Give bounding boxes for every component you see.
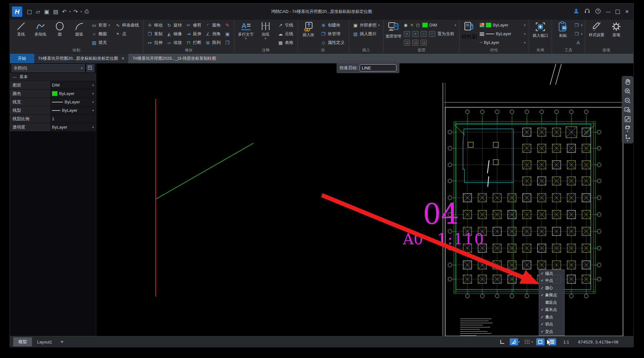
lineweight-dropdown-icon[interactable]: ▾ [524,32,526,36]
options-button[interactable]: 选项 [607,21,625,38]
menu-item-intersection[interactable]: ✓交点 [539,328,564,335]
layer-value-select[interactable]: DIM▾ [50,81,96,89]
zoom-out-button[interactable] [623,96,632,105]
section-basic[interactable]: — 基本 [10,73,96,81]
layer-sun-icon[interactable]: ☀ [410,23,414,27]
layer-freeze-icon[interactable]: ✳ [412,31,418,37]
menu-item-center[interactable]: ✓圆心 [539,284,564,292]
chevron-down-icon[interactable]: ▾ [92,92,94,95]
lineweight-select[interactable]: ByLayer ▾ [478,29,527,38]
menu-item-extension[interactable]: ✓延长点 [539,306,564,314]
model-tab[interactable]: 模型 [13,337,32,346]
chevron-down-icon[interactable]: ▾ [92,84,94,87]
help-icon[interactable]: ? [595,8,601,15]
pan-axes-dropdown-icon[interactable]: ▾ [627,140,628,142]
maximize-button[interactable] [616,10,620,14]
tab-document-1[interactable]: 7#楼基坑开挖图20...原坐标粘贴坐标定位图 ✕ [34,54,129,63]
revcloud-button[interactable]: ☁云线 [276,29,295,38]
rotate-button[interactable]: ↻旋转 [165,21,184,29]
menu-item-midpoint[interactable]: ✓中点 [539,277,564,285]
layer-tool2-icon[interactable]: ❏ [412,40,418,46]
polar-dropdown-icon[interactable]: ▾ [518,341,520,343]
tab-document-2[interactable]: 7#楼基坑开挖图2025..._t3-待原坐标复制柱图 [129,54,220,63]
break-button[interactable]: ⊓打断 [184,38,203,47]
match-properties-button[interactable] [463,21,476,34]
point-button[interactable]: ⌖点 [113,29,141,38]
pan-hand-button[interactable] [623,77,632,86]
add-layout-button[interactable]: + [57,339,67,345]
insert-block-button[interactable]: 插入块 [300,21,318,38]
minimize-button[interactable]: — [606,9,610,14]
group-button[interactable]: ❒ [223,38,232,47]
layer-lock-mini-icon[interactable]: ▪ [421,31,427,37]
undo-dropdown-icon[interactable]: ▾ [69,10,71,13]
stretch-button[interactable]: ↦拉伸 [145,38,165,47]
orbit-dropdown-icon[interactable]: ▾ [627,131,628,132]
leader-button[interactable]: ↗引线 [276,21,295,29]
dim-continue-button[interactable]: 连续 ▼ [257,21,275,40]
layer-visibility-icon[interactable]: ◉ [404,23,408,27]
copy-clip-button[interactable]: ❐▾ [573,21,583,29]
ltscale-value-field[interactable]: 1 [50,115,96,123]
rectangle-dropdown-icon[interactable]: ▾ [108,24,110,27]
filter-dropdown-icon[interactable]: ▾ [81,67,83,70]
layer-select[interactable]: ◉ ☀ ◻ DIM ▾ [403,21,457,29]
linetype-dropdown-icon[interactable]: ▾ [524,41,526,44]
hatch-button[interactable]: ▨填充 [89,38,112,47]
edit-pencil-button[interactable]: ✎ [223,21,232,29]
style-settings-button[interactable]: 样式设置 [587,21,606,38]
zoom-window-button[interactable] [623,105,632,114]
object-snap-button[interactable] [536,338,545,345]
layer-tool3-icon[interactable]: ❏ [421,40,427,46]
attribute-define-button[interactable]: ◇属性定义 [319,38,347,47]
offset-button[interactable]: ▣ [223,29,232,38]
rectangle-button[interactable]: ▭矩形▾ [89,21,112,29]
array-button[interactable]: ⊞阵列 [203,38,223,47]
pan-axes-button[interactable]: ▾ [623,133,632,142]
selection-filter-select[interactable]: 全部(0) ▾ [11,64,85,72]
layer-lock-icon[interactable]: ◻ [416,23,421,27]
color-select[interactable]: ByLayer ▾ [478,21,527,29]
paste-button[interactable]: 粘贴 [554,21,572,39]
xref-button[interactable]: ▣外部参照▾ [351,21,382,29]
quick-select-button[interactable] [86,64,95,72]
chevron-down-icon[interactable]: ▾ [92,100,94,104]
viewport-scale[interactable]: 1:1 [563,340,569,344]
xref-dropdown-icon[interactable]: ▾ [378,24,380,27]
collapse-icon[interactable]: — [13,75,17,79]
tab-start[interactable]: 开始 [10,54,34,63]
circle-button[interactable]: 圆 [51,21,69,38]
chevron-down-icon[interactable]: ▾ [92,109,94,112]
new-file-icon[interactable]: ▢ [26,8,33,16]
save-icon[interactable]: ▣ [43,8,50,16]
zoom-extents-button[interactable] [623,115,632,123]
linetype-select[interactable]: ┄ ByLayer ▾ [478,38,527,47]
dim-continue-dropdown-icon[interactable]: ▼ [264,38,267,40]
insert-viewport-button[interactable]: 插入视口 [531,21,550,48]
layer-off-icon[interactable]: ✕ [404,31,410,37]
table-button[interactable]: ▦表格 [276,38,295,47]
menu-item-endpoint[interactable]: ✓端点 [539,270,564,277]
quick-launch-input[interactable] [360,64,396,71]
print-icon[interactable]: ⎙ [83,8,90,16]
chamfer-button[interactable]: ∠倒角 [203,29,223,38]
trim-button[interactable]: ✂修剪 [184,21,203,29]
fillet-button[interactable]: ◜圆角 [203,21,223,29]
polar-tracking-button[interactable] [510,338,518,345]
chevron-down-icon[interactable]: ▾ [92,126,94,129]
redo-icon[interactable]: ↷ [72,8,79,16]
menu-item-tangent[interactable]: ✓切点 [539,321,564,328]
layout1-tab[interactable]: Layout1 [32,338,57,346]
layer-dropdown-icon[interactable]: ▾ [455,24,456,27]
color-value-select[interactable]: ByLayer▾ [50,90,96,98]
layer-manager-button[interactable] [386,21,401,34]
mtext-button[interactable]: A 多行文字 ▼ [237,21,255,40]
ellipse-button[interactable]: ○椭圆 [89,29,112,38]
text-tool-button[interactable]: A [573,38,583,47]
transparency-value-select[interactable]: ByLayer▾ [50,123,96,131]
copy-base-button[interactable]: ❒▾ [573,29,583,38]
green-line-segment[interactable] [156,143,253,199]
menu-item-quadrant[interactable]: ✓象限点 [539,292,564,299]
open-file-icon[interactable]: ▱ [35,8,41,16]
insert-image-button[interactable]: ▧插入图片 [351,29,382,38]
